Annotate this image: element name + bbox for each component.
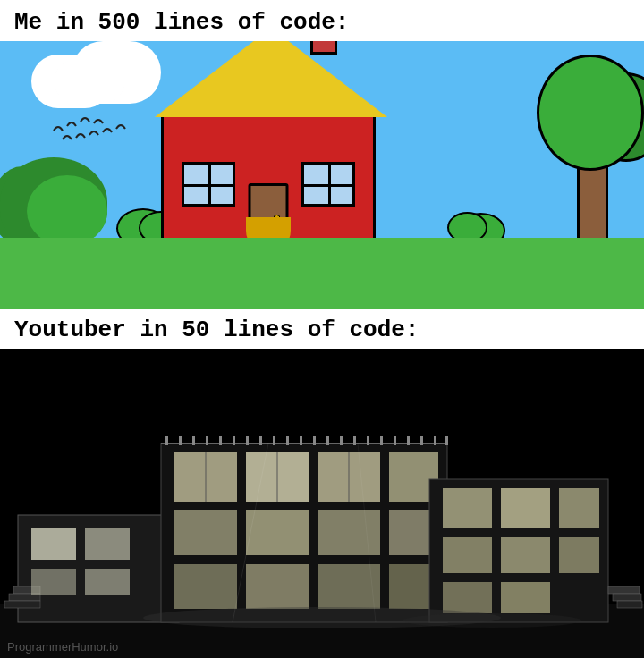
svg-rect-4 bbox=[4, 601, 40, 608]
svg-rect-45 bbox=[259, 436, 262, 445]
svg-rect-41 bbox=[206, 436, 208, 445]
svg-rect-21 bbox=[174, 564, 237, 609]
svg-rect-29 bbox=[443, 537, 492, 573]
svg-rect-19 bbox=[318, 510, 380, 555]
tree-foliage-front bbox=[537, 55, 644, 171]
svg-rect-40 bbox=[192, 436, 195, 445]
svg-rect-58 bbox=[434, 436, 436, 445]
modern-scene: ProgrammerHumor.io bbox=[0, 349, 644, 658]
svg-rect-47 bbox=[286, 436, 289, 445]
top-label: Me in 500 lines of code: bbox=[14, 9, 630, 36]
chimney bbox=[310, 41, 337, 55]
svg-rect-55 bbox=[394, 436, 396, 445]
svg-rect-30 bbox=[501, 537, 550, 573]
svg-rect-5 bbox=[31, 528, 76, 560]
window-right bbox=[301, 162, 355, 207]
svg-rect-38 bbox=[165, 436, 168, 445]
svg-rect-28 bbox=[559, 488, 599, 528]
svg-rect-17 bbox=[174, 510, 237, 555]
svg-rect-42 bbox=[219, 436, 222, 445]
tree-left2 bbox=[27, 175, 107, 247]
svg-rect-51 bbox=[340, 436, 343, 445]
svg-point-61 bbox=[402, 613, 581, 628]
svg-rect-57 bbox=[420, 436, 423, 445]
svg-rect-22 bbox=[246, 564, 309, 609]
svg-rect-36 bbox=[617, 601, 642, 608]
svg-rect-53 bbox=[367, 436, 369, 445]
svg-rect-27 bbox=[501, 488, 550, 528]
house-body bbox=[161, 114, 376, 249]
ground bbox=[0, 238, 644, 309]
svg-rect-6 bbox=[85, 528, 130, 560]
roof bbox=[155, 41, 387, 117]
bottom-label: Youtuber in 50 lines of code: bbox=[14, 316, 630, 343]
svg-rect-43 bbox=[233, 436, 235, 445]
svg-rect-46 bbox=[273, 436, 275, 445]
cloud-2 bbox=[89, 50, 143, 81]
svg-rect-18 bbox=[246, 510, 309, 555]
svg-rect-44 bbox=[246, 436, 249, 445]
svg-rect-32 bbox=[443, 582, 492, 613]
svg-rect-33 bbox=[501, 582, 550, 613]
house-wrapper bbox=[161, 114, 376, 249]
svg-rect-26 bbox=[443, 488, 492, 528]
birds bbox=[45, 104, 170, 157]
watermark-text: ProgrammerHumor.io bbox=[7, 640, 118, 654]
window-left bbox=[182, 162, 235, 207]
svg-rect-31 bbox=[559, 537, 599, 573]
bottom-section: Youtuber in 50 lines of code: bbox=[0, 309, 644, 349]
svg-rect-34 bbox=[608, 586, 640, 594]
modern-building-svg bbox=[0, 349, 644, 658]
svg-rect-56 bbox=[407, 436, 410, 445]
svg-rect-39 bbox=[179, 436, 182, 445]
svg-rect-48 bbox=[300, 436, 302, 445]
svg-rect-49 bbox=[313, 436, 316, 445]
meme-container: Me in 500 lines of code: bbox=[0, 0, 644, 658]
svg-rect-50 bbox=[326, 436, 329, 445]
svg-rect-8 bbox=[85, 569, 130, 595]
cartoon-scene bbox=[0, 41, 644, 309]
svg-rect-7 bbox=[31, 569, 76, 595]
svg-rect-54 bbox=[380, 436, 383, 445]
svg-rect-35 bbox=[613, 594, 641, 601]
svg-rect-52 bbox=[353, 436, 356, 445]
big-tree bbox=[577, 144, 608, 251]
svg-rect-59 bbox=[445, 436, 448, 445]
top-section: Me in 500 lines of code: bbox=[0, 0, 644, 41]
watermark: ProgrammerHumor.io bbox=[7, 640, 118, 654]
